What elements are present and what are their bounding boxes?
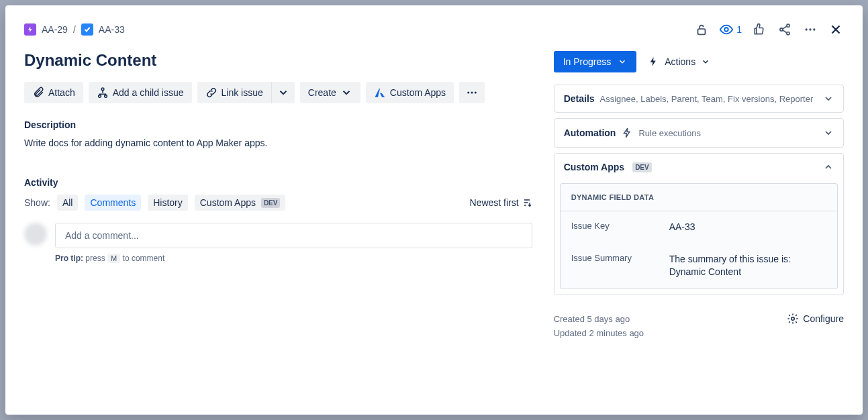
modal-content: Dynamic Content Attach Add a child issue… — [24, 51, 844, 399]
issue-modal: AA-29 / AA-33 1 — [5, 5, 863, 415]
activity-tabs: Show: All Comments History Custom Apps D… — [24, 195, 285, 211]
thumbs-up-icon[interactable] — [751, 21, 767, 38]
field-value: The summary of this issue is: Dynamic Co… — [669, 253, 826, 279]
add-child-button[interactable]: Add a child issue — [89, 82, 192, 103]
actions-label: Actions — [665, 56, 695, 67]
field-key: Issue Summary — [571, 253, 659, 279]
pro-tip-key: M — [107, 254, 120, 263]
top-row: AA-29 / AA-33 1 — [24, 21, 844, 38]
svg-point-7 — [813, 28, 815, 30]
svg-point-12 — [471, 92, 473, 94]
description-heading: Description — [24, 119, 532, 130]
custom-apps-button[interactable]: Custom Apps — [366, 82, 454, 103]
watch-count: 1 — [736, 24, 742, 35]
custom-apps-label: Custom Apps — [390, 88, 446, 97]
right-column: In Progress Actions Details Assignee, La… — [554, 51, 844, 399]
field-value: AA-33 — [669, 221, 695, 234]
configure-label: Configure — [803, 313, 844, 324]
close-icon[interactable] — [828, 21, 844, 38]
custom-apps-header[interactable]: Custom Apps DEV — [554, 154, 843, 180]
svg-point-11 — [467, 92, 469, 94]
pro-tip-bold: Pro tip: — [55, 254, 83, 263]
svg-point-8 — [101, 88, 104, 91]
status-label: In Progress — [563, 56, 612, 67]
automation-sub: Rule executions — [638, 128, 818, 138]
breadcrumb-separator: / — [73, 24, 76, 35]
tab-custom-label: Custom Apps — [200, 197, 256, 208]
field-row: Issue Summary The summary of this issue … — [561, 244, 837, 288]
link-issue-split: Link issue — [197, 82, 295, 103]
svg-point-10 — [104, 95, 107, 97]
comment-row: Add a comment... Pro tip: press M to com… — [24, 223, 532, 263]
updated-text: Updated 2 minutes ago — [554, 327, 644, 341]
custom-apps-body: DYNAMIC FIELD DATA Issue Key AA-33 Issue… — [554, 180, 843, 295]
custom-apps-label: Custom Apps — [564, 162, 624, 172]
avatar — [24, 223, 47, 246]
details-header[interactable]: Details Assignee, Labels, Parent, Team, … — [554, 85, 843, 112]
svg-point-9 — [98, 95, 101, 97]
pro-tip-suffix: to comment — [123, 254, 165, 263]
footer-row: Created 5 days ago Updated 2 minutes ago… — [554, 313, 844, 341]
created-text: Created 5 days ago — [554, 313, 644, 327]
lock-open-icon[interactable] — [693, 21, 710, 38]
automation-header[interactable]: Automation Rule executions — [554, 119, 843, 147]
action-button-row: Attach Add a child issue Link issue — [24, 82, 532, 103]
activity-row: Show: All Comments History Custom Apps D… — [24, 195, 532, 211]
comment-body: Add a comment... Pro tip: press M to com… — [55, 223, 532, 263]
overflow-button[interactable] — [459, 82, 485, 103]
svg-point-13 — [475, 92, 477, 94]
dynamic-field-card: DYNAMIC FIELD DATA Issue Key AA-33 Issue… — [560, 183, 838, 289]
attach-label: Attach — [48, 88, 75, 97]
custom-apps-panel: Custom Apps DEV DYNAMIC FIELD DATA Issue… — [554, 153, 844, 295]
activity-heading: Activity — [24, 177, 532, 188]
dev-badge: DEV — [261, 198, 281, 208]
chevron-up-icon — [823, 162, 834, 172]
top-actions: 1 — [693, 21, 844, 38]
details-label: Details — [564, 93, 595, 104]
sort-label: Newest first — [470, 197, 519, 208]
attach-button[interactable]: Attach — [24, 82, 83, 103]
chevron-down-icon — [823, 93, 834, 104]
dynamic-field-heading: DYNAMIC FIELD DATA — [561, 184, 837, 211]
link-issue-dropdown[interactable] — [271, 82, 295, 103]
field-row: Issue Key AA-33 — [561, 211, 837, 244]
add-child-label: Add a child issue — [113, 88, 184, 97]
tab-history[interactable]: History — [148, 195, 188, 211]
svg-point-14 — [791, 317, 795, 321]
sort-button[interactable]: Newest first — [470, 197, 532, 208]
epic-icon — [24, 23, 36, 36]
tab-all[interactable]: All — [57, 195, 79, 211]
actions-menu[interactable]: Actions — [647, 56, 710, 68]
left-column: Dynamic Content Attach Add a child issue… — [24, 51, 532, 399]
automation-label: Automation — [564, 127, 616, 138]
timestamps: Created 5 days ago Updated 2 minutes ago — [554, 313, 644, 341]
breadcrumb-current[interactable]: AA-33 — [99, 24, 125, 35]
tab-comments[interactable]: Comments — [85, 195, 141, 211]
pro-tip-prefix: press — [85, 254, 105, 263]
svg-point-5 — [806, 28, 808, 30]
link-issue-button[interactable]: Link issue — [197, 82, 271, 103]
lightning-icon — [621, 127, 633, 139]
automation-panel: Automation Rule executions — [554, 118, 844, 148]
description-text[interactable]: Write docs for adding dynamic content to… — [24, 137, 532, 150]
issue-title[interactable]: Dynamic Content — [24, 51, 532, 70]
link-issue-label: Link issue — [222, 88, 263, 97]
configure-button[interactable]: Configure — [787, 313, 844, 325]
svg-point-1 — [724, 28, 728, 32]
tab-custom-apps[interactable]: Custom Apps DEV — [195, 195, 286, 211]
status-row: In Progress Actions — [554, 51, 844, 72]
more-icon[interactable] — [802, 21, 818, 38]
task-icon — [81, 23, 93, 36]
breadcrumb: AA-29 / AA-33 — [24, 23, 125, 36]
pro-tip: Pro tip: press M to comment — [55, 254, 532, 263]
share-icon[interactable] — [777, 21, 793, 38]
status-button[interactable]: In Progress — [554, 51, 637, 72]
dev-badge: DEV — [632, 162, 652, 172]
breadcrumb-parent[interactable]: AA-29 — [42, 24, 68, 35]
create-button[interactable]: Create — [300, 82, 360, 103]
field-key: Issue Key — [571, 221, 659, 234]
details-sub: Assignee, Labels, Parent, Team, Fix vers… — [600, 94, 818, 104]
comment-input[interactable]: Add a comment... — [55, 223, 532, 248]
watch-button[interactable]: 1 — [719, 22, 742, 37]
chevron-down-icon — [823, 127, 834, 138]
